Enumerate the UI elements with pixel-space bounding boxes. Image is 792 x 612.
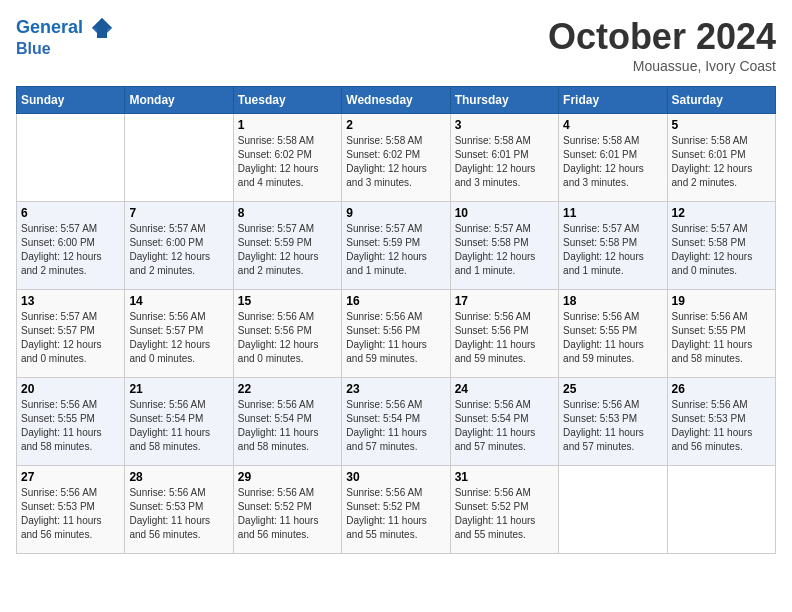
calendar-cell: 17Sunrise: 5:56 AM Sunset: 5:56 PM Dayli… bbox=[450, 290, 558, 378]
calendar-cell: 4Sunrise: 5:58 AM Sunset: 6:01 PM Daylig… bbox=[559, 114, 667, 202]
day-number: 25 bbox=[563, 382, 662, 396]
day-detail: Sunrise: 5:57 AM Sunset: 6:00 PM Dayligh… bbox=[21, 222, 120, 278]
weekday-header-cell: Wednesday bbox=[342, 87, 450, 114]
day-number: 22 bbox=[238, 382, 337, 396]
location: Mouassue, Ivory Coast bbox=[548, 58, 776, 74]
calendar-cell: 10Sunrise: 5:57 AM Sunset: 5:58 PM Dayli… bbox=[450, 202, 558, 290]
day-detail: Sunrise: 5:56 AM Sunset: 5:53 PM Dayligh… bbox=[21, 486, 120, 542]
day-detail: Sunrise: 5:57 AM Sunset: 6:00 PM Dayligh… bbox=[129, 222, 228, 278]
calendar-cell: 11Sunrise: 5:57 AM Sunset: 5:58 PM Dayli… bbox=[559, 202, 667, 290]
day-number: 19 bbox=[672, 294, 771, 308]
day-detail: Sunrise: 5:57 AM Sunset: 5:58 PM Dayligh… bbox=[455, 222, 554, 278]
day-number: 28 bbox=[129, 470, 228, 484]
day-number: 27 bbox=[21, 470, 120, 484]
day-detail: Sunrise: 5:57 AM Sunset: 5:59 PM Dayligh… bbox=[346, 222, 445, 278]
logo: General Blue bbox=[16, 16, 114, 58]
day-number: 3 bbox=[455, 118, 554, 132]
logo-icon bbox=[90, 16, 114, 40]
calendar-cell: 31Sunrise: 5:56 AM Sunset: 5:52 PM Dayli… bbox=[450, 466, 558, 554]
title-area: October 2024 Mouassue, Ivory Coast bbox=[548, 16, 776, 74]
day-number: 8 bbox=[238, 206, 337, 220]
day-number: 4 bbox=[563, 118, 662, 132]
day-number: 5 bbox=[672, 118, 771, 132]
calendar-cell: 23Sunrise: 5:56 AM Sunset: 5:54 PM Dayli… bbox=[342, 378, 450, 466]
day-detail: Sunrise: 5:56 AM Sunset: 5:55 PM Dayligh… bbox=[672, 310, 771, 366]
day-number: 7 bbox=[129, 206, 228, 220]
calendar-cell: 26Sunrise: 5:56 AM Sunset: 5:53 PM Dayli… bbox=[667, 378, 775, 466]
calendar-cell: 21Sunrise: 5:56 AM Sunset: 5:54 PM Dayli… bbox=[125, 378, 233, 466]
calendar-cell bbox=[667, 466, 775, 554]
svg-marker-1 bbox=[92, 18, 112, 38]
day-detail: Sunrise: 5:57 AM Sunset: 5:57 PM Dayligh… bbox=[21, 310, 120, 366]
calendar-cell: 20Sunrise: 5:56 AM Sunset: 5:55 PM Dayli… bbox=[17, 378, 125, 466]
calendar-cell: 15Sunrise: 5:56 AM Sunset: 5:56 PM Dayli… bbox=[233, 290, 341, 378]
calendar-cell: 27Sunrise: 5:56 AM Sunset: 5:53 PM Dayli… bbox=[17, 466, 125, 554]
calendar-cell: 28Sunrise: 5:56 AM Sunset: 5:53 PM Dayli… bbox=[125, 466, 233, 554]
day-detail: Sunrise: 5:56 AM Sunset: 5:55 PM Dayligh… bbox=[21, 398, 120, 454]
calendar-cell: 3Sunrise: 5:58 AM Sunset: 6:01 PM Daylig… bbox=[450, 114, 558, 202]
day-detail: Sunrise: 5:56 AM Sunset: 5:52 PM Dayligh… bbox=[455, 486, 554, 542]
day-number: 16 bbox=[346, 294, 445, 308]
calendar-cell: 12Sunrise: 5:57 AM Sunset: 5:58 PM Dayli… bbox=[667, 202, 775, 290]
weekday-header-cell: Saturday bbox=[667, 87, 775, 114]
day-detail: Sunrise: 5:56 AM Sunset: 5:56 PM Dayligh… bbox=[238, 310, 337, 366]
calendar-cell: 1Sunrise: 5:58 AM Sunset: 6:02 PM Daylig… bbox=[233, 114, 341, 202]
day-detail: Sunrise: 5:56 AM Sunset: 5:53 PM Dayligh… bbox=[129, 486, 228, 542]
day-detail: Sunrise: 5:56 AM Sunset: 5:54 PM Dayligh… bbox=[238, 398, 337, 454]
weekday-header-row: SundayMondayTuesdayWednesdayThursdayFrid… bbox=[17, 87, 776, 114]
day-number: 26 bbox=[672, 382, 771, 396]
calendar-cell: 6Sunrise: 5:57 AM Sunset: 6:00 PM Daylig… bbox=[17, 202, 125, 290]
page-header: General Blue October 2024 Mouassue, Ivor… bbox=[16, 16, 776, 74]
calendar-cell bbox=[17, 114, 125, 202]
weekday-header-cell: Tuesday bbox=[233, 87, 341, 114]
day-detail: Sunrise: 5:56 AM Sunset: 5:54 PM Dayligh… bbox=[129, 398, 228, 454]
calendar-body: 1Sunrise: 5:58 AM Sunset: 6:02 PM Daylig… bbox=[17, 114, 776, 554]
calendar-cell: 2Sunrise: 5:58 AM Sunset: 6:02 PM Daylig… bbox=[342, 114, 450, 202]
calendar-week-row: 6Sunrise: 5:57 AM Sunset: 6:00 PM Daylig… bbox=[17, 202, 776, 290]
day-number: 6 bbox=[21, 206, 120, 220]
calendar-cell: 22Sunrise: 5:56 AM Sunset: 5:54 PM Dayli… bbox=[233, 378, 341, 466]
day-detail: Sunrise: 5:56 AM Sunset: 5:56 PM Dayligh… bbox=[346, 310, 445, 366]
day-detail: Sunrise: 5:57 AM Sunset: 5:58 PM Dayligh… bbox=[672, 222, 771, 278]
day-detail: Sunrise: 5:56 AM Sunset: 5:52 PM Dayligh… bbox=[346, 486, 445, 542]
day-detail: Sunrise: 5:56 AM Sunset: 5:56 PM Dayligh… bbox=[455, 310, 554, 366]
calendar-week-row: 20Sunrise: 5:56 AM Sunset: 5:55 PM Dayli… bbox=[17, 378, 776, 466]
month-title: October 2024 bbox=[548, 16, 776, 58]
day-number: 11 bbox=[563, 206, 662, 220]
day-detail: Sunrise: 5:58 AM Sunset: 6:02 PM Dayligh… bbox=[346, 134, 445, 190]
day-detail: Sunrise: 5:56 AM Sunset: 5:55 PM Dayligh… bbox=[563, 310, 662, 366]
calendar-cell bbox=[125, 114, 233, 202]
logo-blue: Blue bbox=[16, 40, 114, 58]
calendar-cell: 9Sunrise: 5:57 AM Sunset: 5:59 PM Daylig… bbox=[342, 202, 450, 290]
calendar-cell: 29Sunrise: 5:56 AM Sunset: 5:52 PM Dayli… bbox=[233, 466, 341, 554]
calendar-cell: 24Sunrise: 5:56 AM Sunset: 5:54 PM Dayli… bbox=[450, 378, 558, 466]
calendar-cell: 25Sunrise: 5:56 AM Sunset: 5:53 PM Dayli… bbox=[559, 378, 667, 466]
day-detail: Sunrise: 5:56 AM Sunset: 5:52 PM Dayligh… bbox=[238, 486, 337, 542]
weekday-header-cell: Sunday bbox=[17, 87, 125, 114]
day-number: 9 bbox=[346, 206, 445, 220]
day-detail: Sunrise: 5:58 AM Sunset: 6:02 PM Dayligh… bbox=[238, 134, 337, 190]
day-number: 20 bbox=[21, 382, 120, 396]
calendar-cell: 8Sunrise: 5:57 AM Sunset: 5:59 PM Daylig… bbox=[233, 202, 341, 290]
calendar-week-row: 1Sunrise: 5:58 AM Sunset: 6:02 PM Daylig… bbox=[17, 114, 776, 202]
day-detail: Sunrise: 5:58 AM Sunset: 6:01 PM Dayligh… bbox=[672, 134, 771, 190]
day-number: 18 bbox=[563, 294, 662, 308]
calendar-week-row: 27Sunrise: 5:56 AM Sunset: 5:53 PM Dayli… bbox=[17, 466, 776, 554]
day-detail: Sunrise: 5:56 AM Sunset: 5:54 PM Dayligh… bbox=[346, 398, 445, 454]
day-number: 2 bbox=[346, 118, 445, 132]
calendar-cell bbox=[559, 466, 667, 554]
calendar-cell: 7Sunrise: 5:57 AM Sunset: 6:00 PM Daylig… bbox=[125, 202, 233, 290]
day-detail: Sunrise: 5:56 AM Sunset: 5:54 PM Dayligh… bbox=[455, 398, 554, 454]
day-detail: Sunrise: 5:58 AM Sunset: 6:01 PM Dayligh… bbox=[563, 134, 662, 190]
calendar-cell: 16Sunrise: 5:56 AM Sunset: 5:56 PM Dayli… bbox=[342, 290, 450, 378]
day-number: 23 bbox=[346, 382, 445, 396]
day-number: 21 bbox=[129, 382, 228, 396]
day-detail: Sunrise: 5:58 AM Sunset: 6:01 PM Dayligh… bbox=[455, 134, 554, 190]
calendar-cell: 13Sunrise: 5:57 AM Sunset: 5:57 PM Dayli… bbox=[17, 290, 125, 378]
calendar-cell: 14Sunrise: 5:56 AM Sunset: 5:57 PM Dayli… bbox=[125, 290, 233, 378]
calendar-cell: 5Sunrise: 5:58 AM Sunset: 6:01 PM Daylig… bbox=[667, 114, 775, 202]
day-number: 29 bbox=[238, 470, 337, 484]
day-detail: Sunrise: 5:56 AM Sunset: 5:53 PM Dayligh… bbox=[563, 398, 662, 454]
day-detail: Sunrise: 5:57 AM Sunset: 5:58 PM Dayligh… bbox=[563, 222, 662, 278]
weekday-header-cell: Friday bbox=[559, 87, 667, 114]
